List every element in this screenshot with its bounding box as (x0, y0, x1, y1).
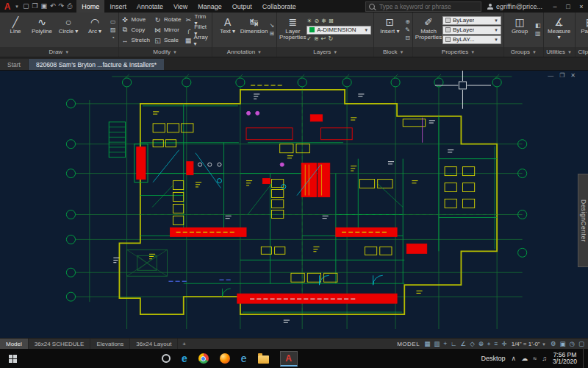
desktop-toolbar-label[interactable]: Desktop (481, 355, 506, 362)
properties-panel-label[interactable]: Properties▼ (413, 47, 503, 57)
object-color-combo[interactable]: ByLayer▼ (442, 16, 501, 25)
ungroup-icon[interactable]: ◧ (535, 22, 541, 29)
linetype-combo[interactable]: ByLAY...▼ (442, 35, 501, 44)
autocad-logo[interactable]: A (0, 0, 15, 13)
edge-icon[interactable]: e (182, 353, 187, 364)
model-space-indicator[interactable]: MODEL (397, 341, 420, 347)
isodraft-icon[interactable]: ◇ (470, 341, 475, 347)
group-edit-icon[interactable]: ▥ (535, 30, 541, 38)
designcenter-tab[interactable]: DesignCenter (578, 174, 588, 267)
ribbon-tab-manage[interactable]: Manage (193, 0, 227, 13)
match-layer-icon[interactable]: ≋ (314, 35, 319, 43)
modify-panel-label[interactable]: Modify▼ (119, 47, 212, 57)
tool-polyline[interactable]: ∿Polyline (29, 15, 55, 46)
cloud-icon[interactable]: ☁ (521, 355, 528, 362)
clean-screen-icon[interactable]: ▢ (578, 341, 584, 347)
ribbon-tab-insert[interactable]: Insert (104, 0, 132, 13)
firefox-icon[interactable] (220, 353, 230, 364)
tool-group[interactable]: ◫Group (506, 15, 533, 46)
table-icon[interactable]: ⊞ (270, 30, 275, 38)
layout-tab-36x24-schedule[interactable]: 36x24 SCHEDULE (29, 339, 91, 349)
polar-tracking-icon[interactable]: ∠ (461, 341, 467, 347)
annotation-visibility-icon[interactable]: ▣ (560, 341, 566, 347)
units-clock-icon[interactable]: ◷ (570, 341, 575, 347)
search-input[interactable] (378, 2, 478, 11)
ellipse-icon[interactable]: ◔ (110, 35, 116, 42)
layer-unsaved-icon[interactable]: ↻ (328, 35, 333, 43)
hatch-icon[interactable]: ▨ (110, 26, 116, 34)
lineweight-combo[interactable]: ByLayer▼ (442, 26, 501, 35)
layout-tab-elevations[interactable]: Elevations (90, 339, 130, 349)
new-layout-button[interactable]: + (178, 341, 190, 347)
doc-tab-start[interactable]: Start (0, 59, 28, 70)
tool-insert[interactable]: ⊡Insert ▾ (376, 15, 403, 46)
viewport-close-icon[interactable]: ✕ (570, 73, 576, 79)
plot-icon[interactable]: ⎙ (67, 3, 72, 10)
infer-constraints-icon[interactable]: + (443, 341, 447, 347)
tool-scale[interactable]: ◱Scale (154, 35, 182, 46)
attributes-icon[interactable]: ⊟ (405, 35, 410, 42)
make-current-icon[interactable]: ✓ (306, 35, 312, 43)
block-panel-label[interactable]: Block▼ (374, 47, 412, 57)
undo-icon[interactable]: ↶ (50, 3, 56, 10)
draw-panel-label[interactable]: Draw▼ (0, 47, 118, 57)
tool-copy[interactable]: ⧉Copy (121, 25, 150, 35)
cortana-icon[interactable] (162, 354, 171, 363)
layer-isolate-icon[interactable]: ⊘ (314, 18, 319, 25)
save-icon[interactable]: ▣ (41, 3, 48, 10)
ortho-icon[interactable]: ∟ (451, 341, 456, 347)
tool-array[interactable]: ▦Array ▾ (184, 35, 209, 46)
layer-previous-icon[interactable]: ↩ (321, 35, 326, 43)
ribbon-tab-annotate[interactable]: Annotate (132, 0, 168, 13)
signed-in-user[interactable]: egriffin@price... (487, 3, 542, 10)
logo-dropdown-icon[interactable]: ▼ (15, 4, 19, 9)
layout-tab-model[interactable]: Model (0, 339, 29, 349)
minimize-button[interactable]: – (548, 3, 562, 10)
groups-panel-label[interactable]: Groups▼ (504, 47, 543, 57)
doc-tab-820608-sam-s-bryton-facture-installers[interactable]: 820608 Sam's Bryton ...facture & Install… (29, 59, 164, 70)
tool-mirror[interactable]: ⋈Mirror (154, 25, 182, 35)
lineweight-icon[interactable]: ≡ (495, 341, 498, 347)
autocad-taskbar-icon[interactable]: A (280, 351, 298, 367)
layer-lock-icon[interactable]: ⊠ (329, 18, 334, 25)
internet-explorer-icon[interactable]: e (241, 353, 247, 364)
tool-rotate[interactable]: ↻Rotate (154, 15, 182, 25)
workspace-gear-icon[interactable]: ⚙ (551, 341, 556, 347)
clipboard-panel-label[interactable]: Clipboard (576, 47, 588, 57)
edit-block-icon[interactable]: ✎ (405, 26, 410, 34)
show-desktop-button[interactable] (583, 349, 587, 368)
tool-text[interactable]: AText ▾ (215, 15, 241, 46)
dynamic-input-icon[interactable]: ✛ (502, 341, 507, 347)
tool-stretch[interactable]: ↔Stretch (121, 35, 150, 46)
tool-dimension[interactable]: ↹Dimension (241, 15, 268, 46)
tray-chevron-icon[interactable]: ∧ (512, 355, 517, 362)
create-block-icon[interactable]: ⊕ (405, 18, 410, 26)
tool-arc[interactable]: ◠Arc ▾ (82, 15, 108, 46)
rectangle-icon[interactable]: ▭ (110, 18, 116, 26)
utilities-panel-label[interactable]: Utilities▼ (544, 47, 575, 57)
grid-icon[interactable]: ▦ (424, 341, 430, 347)
plan-svg[interactable] (0, 71, 588, 338)
open-file-icon[interactable]: ❐ (32, 3, 37, 10)
ribbon-tab-collaborate[interactable]: Collaborate (257, 0, 301, 13)
network-icon[interactable]: ≈ (533, 355, 537, 362)
tool-line[interactable]: ╱Line (2, 15, 29, 46)
start-button[interactable] (0, 349, 25, 368)
file-explorer-icon[interactable] (258, 355, 269, 364)
tool-match-properties[interactable]: ✐Match Properties (415, 15, 442, 46)
layer-freeze-icon[interactable]: ❄ (321, 18, 326, 25)
drawing-area[interactable]: — ❐ ✕ DesignCenter (0, 71, 588, 338)
annotation-scale[interactable]: 1/4" = 1'-0" ▼ (512, 341, 546, 347)
viewport-minimize-icon[interactable]: — (548, 73, 553, 79)
layer-off-icon[interactable]: ☀ (306, 18, 312, 25)
ribbon-tab-home[interactable]: Home (76, 0, 104, 13)
redo-icon[interactable]: ↷ (59, 3, 65, 10)
leader-icon[interactable]: ↘ (270, 22, 275, 29)
tool-move[interactable]: ✜Move (121, 15, 150, 25)
taskbar-clock[interactable]: 7:56 PM 3/1/2020 (553, 352, 577, 366)
annotation-panel-label[interactable]: Annotation▼ (212, 47, 277, 57)
layer-dropdown[interactable]: A-DIMENSION ▼ (306, 26, 371, 35)
layers-panel-label[interactable]: Layers▼ (277, 47, 373, 57)
new-file-icon[interactable]: ▢ (23, 3, 29, 10)
help-search-box[interactable] (365, 1, 481, 12)
